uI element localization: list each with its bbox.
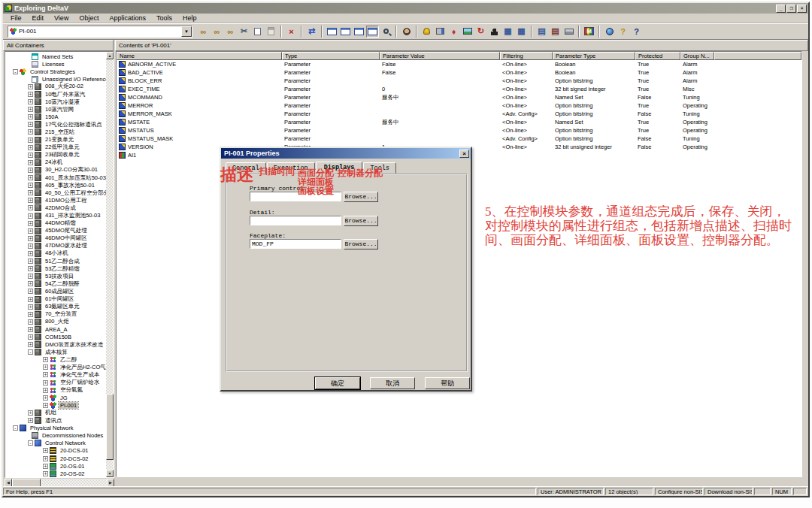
tree-item[interactable]: +22低甲洗单元 <box>5 144 106 151</box>
tree-item[interactable]: +20-OS-02 <box>5 470 106 477</box>
tree-item[interactable]: +800_火炬 <box>5 318 106 325</box>
history-grid-icon[interactable]: ▦ <box>501 26 514 38</box>
user-manager-icon[interactable] <box>400 26 413 38</box>
tree-expander-icon[interactable]: + <box>43 464 48 469</box>
tree-item[interactable]: +431_排水监测池50-03 <box>5 212 106 219</box>
column-header-name[interactable]: Name <box>117 52 282 60</box>
menu-item-applications[interactable]: Applications <box>104 14 151 22</box>
object-selector-combobox[interactable]: PI-001 ▼ <box>8 26 192 38</box>
tree-expander-icon[interactable]: + <box>28 205 33 210</box>
tree-expander-icon[interactable]: - <box>13 69 18 74</box>
tree-item[interactable]: +20-DCS-01 <box>5 447 106 455</box>
tree-item[interactable]: +20-OS-03 <box>5 477 106 478</box>
table-row[interactable]: BAD_ACTIVEParameterFalse<On-line>Boolean… <box>117 68 801 77</box>
column-header-protected[interactable]: Protected <box>635 52 680 60</box>
tree-item[interactable]: +AREA_A <box>5 325 106 333</box>
column-header-filtering[interactable]: Filtering <box>500 52 553 60</box>
tree-item[interactable]: +COM150B <box>5 333 106 340</box>
menu-item-edit[interactable]: Edit <box>27 14 50 22</box>
download-icon[interactable] <box>434 26 447 38</box>
filter-magnifier-icon[interactable] <box>380 26 392 38</box>
tree-item[interactable]: Named Sets <box>5 53 106 60</box>
tree-item[interactable]: +215_空压站 <box>5 129 106 136</box>
tree-item[interactable]: +通讯点 <box>5 417 106 425</box>
tree-item[interactable]: +60成品罐区 <box>5 288 106 295</box>
close-button[interactable]: × <box>797 5 807 13</box>
view-large-icons-icon[interactable] <box>326 26 338 38</box>
tree-expander-icon[interactable]: + <box>28 266 33 271</box>
tree-expander-icon[interactable]: + <box>28 418 33 423</box>
ok-button[interactable]: 确定 <box>315 377 360 389</box>
tree-item[interactable]: -Physical Network <box>5 425 106 432</box>
operator-icon[interactable] <box>488 26 501 38</box>
tree-expander-icon[interactable]: + <box>43 448 48 453</box>
view-small-icons-icon[interactable] <box>339 26 352 38</box>
tree-item[interactable]: +机组 <box>5 409 106 416</box>
table-row[interactable]: BLOCK_ERRParameter<On-line>Option bitstr… <box>117 77 801 85</box>
tree-expander-icon[interactable]: + <box>28 213 33 219</box>
tree-item[interactable]: +PI-001 <box>5 401 106 409</box>
tree-expander-icon[interactable]: + <box>28 183 33 188</box>
tree-expander-icon[interactable]: + <box>28 274 33 279</box>
tree-vscroll-thumb[interactable] <box>106 394 114 460</box>
refresh-icon[interactable]: ↻ <box>474 26 487 38</box>
tree-item[interactable]: +17气化公控指标通讯点 <box>5 121 106 129</box>
tree-item[interactable]: -Control Strategies <box>5 68 106 75</box>
tree-expander-icon[interactable]: + <box>28 153 33 158</box>
tree-expander-icon[interactable]: + <box>28 84 33 89</box>
tree-item[interactable]: +401_原水加压泵站50-03 <box>5 174 106 182</box>
tree-expander-icon[interactable]: + <box>28 334 33 340</box>
tree-expander-icon[interactable]: - <box>28 440 33 446</box>
diagnostics-chart-icon[interactable]: ▤ <box>549 26 562 38</box>
browse-button-3[interactable]: Browse... <box>344 239 378 249</box>
tree-item[interactable]: +30_H2-CO分离30-01 <box>5 166 106 174</box>
help-button[interactable]: 帮助 <box>425 377 470 389</box>
tree-expander-icon[interactable]: + <box>28 198 33 203</box>
module-palette-icon[interactable]: M <box>583 26 595 38</box>
column-header-type[interactable]: Type <box>282 52 380 60</box>
tree-vertical-scrollbar[interactable]: ▲ ▼ <box>106 52 114 477</box>
tree-item[interactable]: +40_50_公用工程空分部分 <box>5 189 106 197</box>
tree-item[interactable]: +008_火炬20-02 <box>5 83 106 90</box>
paste-icon[interactable] <box>265 26 277 38</box>
restore-button[interactable]: ❐ <box>786 5 796 13</box>
tree-item[interactable]: +10电厂外来蒸汽 <box>5 90 106 98</box>
tree-expander-icon[interactable]: + <box>43 380 48 386</box>
tree-item[interactable]: +净化产品H2-CO气生产 <box>5 364 106 371</box>
cut-icon[interactable]: ✂ <box>238 26 250 38</box>
tree-item[interactable]: +23硝回收单元 <box>5 151 106 159</box>
tree-item[interactable]: -Control Network <box>5 440 106 447</box>
table-row[interactable]: MCOMMANDParameter服务中<On-line>Named SetFa… <box>117 93 801 101</box>
tree-item[interactable]: +JG <box>5 394 106 401</box>
tree-expander-icon[interactable]: - <box>28 349 33 355</box>
tree-expander-icon[interactable]: + <box>28 304 33 310</box>
tree-item[interactable]: +54乙二醇脱醛 <box>5 280 106 288</box>
table-row[interactable]: MSTATUS_MASKParameter<Adv. Config>Option… <box>117 135 801 143</box>
bookmark-diamond-icon[interactable]: ♦ <box>447 26 460 38</box>
tree-expander-icon[interactable]: + <box>28 342 33 347</box>
tree-expander-icon[interactable]: + <box>28 327 33 332</box>
table-row[interactable]: EXEC_TIMEParameter0<On-line>32 bit signe… <box>117 85 801 93</box>
tree-item[interactable]: Decommissioned Nodes <box>5 432 106 440</box>
tree-expander-icon[interactable]: + <box>28 129 33 135</box>
tree-item[interactable]: +44DMO精馏 <box>5 219 106 227</box>
scroll-down-icon[interactable]: ▼ <box>106 470 114 477</box>
assign-swap-icon[interactable]: ⇄ <box>305 26 318 38</box>
tree-expander-icon[interactable]: + <box>28 410 33 416</box>
tree-expander-icon[interactable]: - <box>13 425 18 431</box>
table-row[interactable]: MERROR_MASKParameter<Adv. Config>Option … <box>117 110 801 118</box>
tree-expander-icon[interactable]: + <box>43 403 48 408</box>
tree-expander-icon[interactable]: + <box>28 281 33 286</box>
tree-expander-icon[interactable]: + <box>28 243 33 249</box>
menu-item-help[interactable]: Help <box>177 14 202 22</box>
find-in-context-icon[interactable]: ∞ <box>211 26 223 38</box>
tree-item[interactable]: +63氨罐区单元 <box>5 303 106 310</box>
tree-expander-icon[interactable]: + <box>28 319 33 325</box>
tree-item[interactable]: +53乙二醇精馏 <box>5 265 106 273</box>
tree-item[interactable]: +70_空分装置 <box>5 310 106 318</box>
picture-display-icon[interactable] <box>461 26 474 38</box>
tree-item[interactable]: +10蒸汽冷凝液 <box>5 98 106 106</box>
tree-expander-icon[interactable]: + <box>28 297 33 302</box>
column-header-group-n-[interactable]: Group N... <box>680 52 714 60</box>
view-list-icon[interactable] <box>353 26 365 38</box>
